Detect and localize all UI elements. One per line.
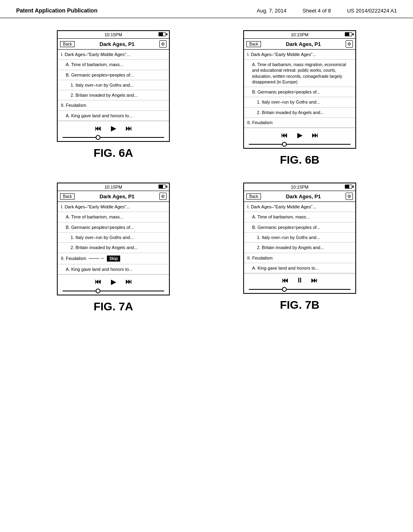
outline-item-7b-1: A. Time of barbarism, mass... (244, 212, 355, 222)
play-button-7a[interactable]: ▶ (111, 278, 116, 286)
status-time-6a: 10:15PM (104, 32, 122, 37)
figure-7b-container: 10:15PM Back Dark Ages, P1 ⚙ I. Dark Age… (211, 183, 389, 313)
ffwd-button-6a[interactable]: ⏭ (125, 125, 132, 132)
progress-track-7b[interactable] (249, 289, 350, 290)
page-header: Patent Application Publication Aug. 7, 2… (0, 0, 413, 18)
ffwd-button-7a[interactable]: ⏭ (125, 278, 132, 285)
pause-button-7b[interactable]: II (298, 277, 302, 284)
patent-publication-label: Patent Application Publication (16, 7, 98, 14)
status-bar-7b: 10:15PM (244, 183, 355, 191)
figure-7a-container: 10:15PM Back Dark Ages, P1 ⚙ I. Dark Age… (24, 183, 202, 313)
sheet-info: Sheet 4 of 8 (302, 8, 331, 14)
outline-item-6b-0: I. Dark Ages–"Early Middle Ages"... (244, 50, 355, 60)
back-button-6a[interactable]: Back (60, 41, 75, 47)
progress-thumb-7a[interactable] (96, 289, 100, 293)
nav-bar-6a: Back Dark Ages, P1 ⚙ (58, 39, 169, 50)
progress-thumb-7b[interactable] (282, 287, 287, 292)
player-controls-7a: ⏮ ▶ ⏭ (58, 274, 169, 289)
battery-icon-7a (159, 185, 166, 189)
fig-label-6b: FIG. 6B (280, 154, 319, 166)
outline-item-7b-3: 1. Italy over–run by Goths and... (244, 233, 355, 243)
ffwd-button-7b[interactable]: ⏭ (311, 277, 317, 284)
back-button-7a[interactable]: Back (60, 193, 75, 200)
rewind-button-7b[interactable]: ⏮ (282, 277, 288, 284)
outline-item-6a-1: A. Time of barbarism, mass... (58, 60, 169, 70)
gear-icon-6a[interactable]: ⚙ (159, 40, 167, 48)
status-bar-6b: 10:15PM (244, 31, 355, 39)
play-button-6a[interactable]: ▶ (111, 125, 116, 132)
nav-title-6b: Dark Ages, P1 (263, 41, 343, 47)
figure-6b-container: 10:15PM Back Dark Ages, P1 ⚙ I. Dark Age… (211, 30, 389, 166)
back-button-6b[interactable]: Back (246, 41, 261, 47)
status-bar-7a: 10:15PM (58, 183, 169, 191)
outline-item-6b-4: 2. Britain invaded by Angels and... (244, 108, 355, 118)
rewind-button-7a[interactable]: ⏮ (95, 278, 101, 285)
status-time-7a: 10:15PM (104, 185, 122, 189)
feudalism-label-7a: II. Feudalism (61, 256, 86, 261)
status-time-7b: 10:15PM (291, 185, 309, 189)
outline-item-6a-3: 1. Italy over–run by Goths and... (58, 80, 169, 90)
play-button-6b[interactable]: ▶ (297, 131, 302, 139)
outline-item-7a-2: B. Germanic peoples=peoples of... (58, 222, 169, 233)
publication-date: Aug. 7, 2014 (257, 8, 287, 14)
rewind-button-6b[interactable]: ⏮ (281, 132, 288, 139)
status-bar-6a: 10:15PM (58, 31, 169, 39)
outline-item-6b-5: II. Feudalism (244, 118, 355, 128)
nav-bar-6b: Back Dark Ages, P1 ⚙ (244, 39, 355, 50)
outline-item-7a-4: 2. Britain invaded by Angels and... (58, 243, 169, 253)
arrow-icon-7a: ——→ (89, 255, 104, 262)
rewind-button-6a[interactable]: ⏮ (95, 125, 101, 132)
outline-item-7a-6: A. King gave land and honors to... (58, 264, 169, 274)
patent-number: US 2014/0222424 A1 (347, 8, 397, 14)
outline-item-7b-4: 2. Britain invaded by Angels and... (244, 243, 355, 253)
page-header-meta: Aug. 7, 2014 Sheet 4 of 8 US 2014/022242… (257, 8, 397, 14)
gear-icon-7b[interactable]: ⚙ (346, 193, 353, 200)
outline-item-6a-0: I. Dark Ages–"Early Middle Ages"... (58, 50, 169, 60)
progress-bar-7a (58, 289, 169, 295)
nav-title-6a: Dark Ages, P1 (77, 41, 157, 47)
outline-item-6a-6: A. King gave land and honors to... (58, 111, 169, 121)
status-time-6b: 10:15PM (291, 32, 309, 37)
fig-label-7a: FIG. 7A (94, 300, 133, 313)
progress-bar-6b (244, 142, 355, 148)
progress-thumb-6b[interactable] (282, 142, 287, 147)
skip-badge-7a[interactable]: Skip (107, 256, 120, 262)
nav-title-7b: Dark Ages, P1 (263, 193, 343, 200)
player-controls-6a: ⏮ ▶ ⏭ (58, 121, 169, 135)
outline-item-6a-5: II. Feudalism (58, 100, 169, 110)
progress-track-6b[interactable] (249, 144, 350, 145)
back-button-7b[interactable]: Back (246, 193, 261, 200)
outline-item-7b-5: II. Feudalism (244, 253, 355, 263)
fig-label-7b: FIG. 7B (280, 299, 319, 312)
battery-icon-7b (345, 185, 352, 189)
outline-item-6b-2: B. Germanic peoples=peoples of... (244, 87, 355, 97)
figures-grid: 10:15PM Back Dark Ages, P1 ⚙ I. Dark Age… (0, 30, 413, 313)
phone-mockup-7b: 10:15PM Back Dark Ages, P1 ⚙ I. Dark Age… (243, 183, 356, 294)
fig-label-6a: FIG. 6A (94, 147, 133, 160)
gear-icon-6b[interactable]: ⚙ (346, 40, 353, 48)
outline-item-7a-3: 1. Italy over–run by Goths and... (58, 233, 169, 243)
ffwd-button-6b[interactable]: ⏭ (312, 132, 318, 139)
nav-bar-7a: Back Dark Ages, P1 ⚙ (58, 191, 169, 202)
outline-item-6a-2: B. Germanic peoples=peoples of... (58, 70, 169, 80)
outline-item-7a-0: I. Dark Ages–"Early Middle Ages"... (58, 202, 169, 212)
battery-icon-6b (345, 32, 352, 36)
phone-mockup-6b: 10:15PM Back Dark Ages, P1 ⚙ I. Dark Age… (243, 30, 356, 149)
gear-icon-7a[interactable]: ⚙ (159, 193, 167, 200)
progress-track-7a[interactable] (63, 291, 164, 291)
outline-item-6a-4: 2. Britain invaded by Angels and... (58, 90, 169, 100)
player-controls-7b: ⏮ II ⏭ (244, 273, 355, 287)
battery-icon-6a (159, 32, 166, 36)
progress-track-6a[interactable] (63, 137, 164, 138)
player-controls-6b: ⏮ ▶ ⏭ (244, 128, 355, 142)
outline-item-6b-3: 1. Italy over–run by Goths and... (244, 97, 355, 107)
phone-mockup-6a: 10:15PM Back Dark Ages, P1 ⚙ I. Dark Age… (57, 30, 170, 142)
outline-item-7b-2: B. Germanic peoples=peoples of... (244, 222, 355, 233)
figure-6a-container: 10:15PM Back Dark Ages, P1 ⚙ I. Dark Age… (24, 30, 202, 166)
outline-item-7a-1: A. Time of barbarism, mass... (58, 212, 169, 222)
progress-bar-7b (244, 287, 355, 293)
outline-item-7a-5: II. Feudalism ——→ Skip (58, 253, 169, 264)
outline-item-7b-0: I. Dark Ages–"Early Middle Ages"... (244, 202, 355, 212)
nav-bar-7b: Back Dark Ages, P1 ⚙ (244, 191, 355, 202)
progress-thumb-6a[interactable] (96, 135, 100, 140)
